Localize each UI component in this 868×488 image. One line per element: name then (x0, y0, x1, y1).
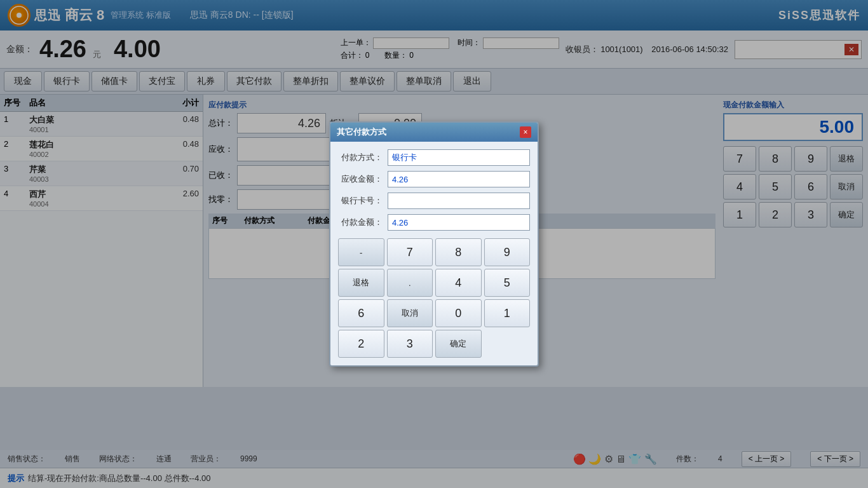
modal-dot-button[interactable]: . (387, 269, 433, 297)
modal-9-button[interactable]: 9 (484, 238, 531, 266)
modal-field-amount: 付款金额： 4.26 (338, 214, 530, 231)
modal-close-button[interactable]: × (520, 126, 531, 138)
modal-backspace-button[interactable]: 退格 (338, 269, 384, 297)
modal-field-receivable: 应收金额： 4.26 (338, 171, 530, 187)
modal-cancel-button[interactable]: 取消 (387, 299, 433, 327)
modal-field-card-no: 银行卡号： (338, 193, 530, 209)
modal-body: 付款方式： 银行卡 应收金额： 4.26 银行卡号： 付款金额： 4.26 (330, 142, 538, 365)
modal-1-button[interactable]: 1 (484, 299, 531, 327)
modal-2-button[interactable]: 2 (338, 330, 384, 358)
modal-4-button[interactable]: 4 (435, 269, 482, 297)
field-label-payment-type: 付款方式： (338, 152, 383, 163)
modal-confirm-button[interactable]: 确定 (435, 330, 482, 358)
field-label-receivable: 应收金额： (338, 173, 383, 185)
modal-title: 其它付款方式 (337, 126, 386, 138)
card-no-input[interactable] (388, 193, 530, 209)
field-label-card-no: 银行卡号： (338, 195, 383, 207)
modal-numpad: - 7 8 9 退格 . 4 5 6 取消 0 1 2 3 确定 (338, 238, 530, 358)
modal-minus-button[interactable]: - (338, 238, 384, 266)
field-label-amount: 付款金额： (338, 217, 383, 228)
modal-8-button[interactable]: 8 (435, 238, 482, 266)
modal-0-button[interactable]: 0 (435, 299, 482, 327)
field-value-payment-type: 银行卡 (388, 149, 530, 166)
modal-7-button[interactable]: 7 (387, 238, 433, 266)
field-value-receivable: 4.26 (388, 171, 530, 187)
field-value-amount: 4.26 (388, 214, 530, 231)
modal-6-button[interactable]: 6 (338, 299, 384, 327)
modal-3-button[interactable]: 3 (387, 330, 433, 358)
modal-overlay: 其它付款方式 × 付款方式： 银行卡 应收金额： 4.26 银行卡号： (0, 0, 868, 488)
modal-5-button[interactable]: 5 (484, 269, 531, 297)
modal-header: 其它付款方式 × (330, 123, 538, 142)
other-payment-modal: 其它付款方式 × 付款方式： 银行卡 应收金额： 4.26 银行卡号： (329, 121, 539, 367)
modal-field-payment-type: 付款方式： 银行卡 (338, 149, 530, 166)
